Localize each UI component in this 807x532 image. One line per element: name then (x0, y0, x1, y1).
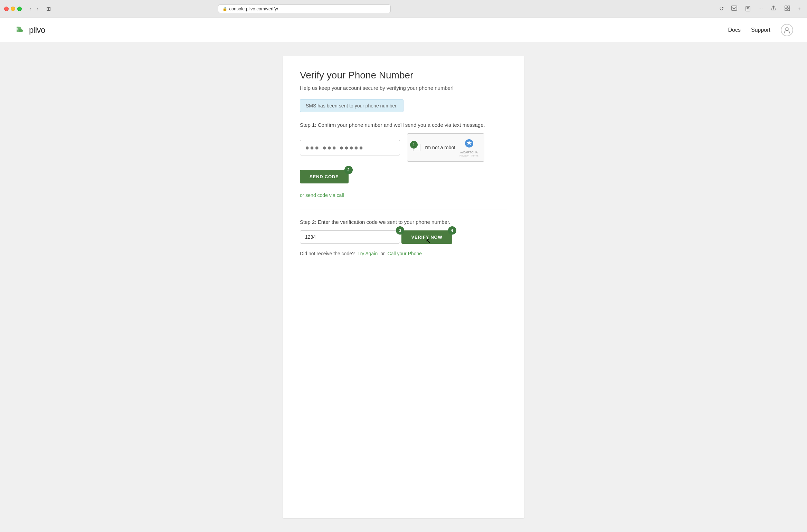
browser-actions: ↺ ··· (717, 4, 803, 14)
svg-rect-2 (788, 6, 790, 8)
back-button[interactable]: ‹ (27, 5, 33, 13)
reload-button[interactable]: ↺ (717, 5, 726, 13)
recaptcha-privacy: Privacy - Terms (459, 154, 478, 157)
address-bar[interactable]: 🔒 console.plivo.com/verify/ (218, 4, 391, 13)
close-button[interactable] (4, 7, 9, 11)
step1-input-row: 1 I'm not a robot reCAPTCHA Privacy - Te… (300, 133, 507, 162)
evernote-icon[interactable] (742, 4, 753, 14)
send-code-button[interactable]: SEND CODE (300, 170, 349, 183)
send-code-step-badge: 2 (344, 166, 353, 174)
more-options-button[interactable]: ··· (756, 5, 765, 13)
verify-card: Verify your Phone Number Help us keep yo… (283, 56, 524, 518)
section-divider (300, 209, 507, 209)
svg-rect-0 (731, 6, 737, 10)
send-code-btn-area: SEND CODE 2 (300, 170, 349, 183)
recaptcha-checkbox[interactable]: 1 (413, 144, 420, 151)
code-input-step-badge: 3 (396, 226, 404, 235)
svg-point-6 (16, 28, 18, 30)
lock-icon: 🔒 (222, 7, 227, 11)
recaptcha-checkbox-wrapper: 1 (413, 144, 420, 151)
header-nav: Docs Support (728, 24, 794, 36)
minimize-button[interactable] (11, 7, 15, 11)
user-avatar-button[interactable] (781, 24, 793, 36)
plivo-logo-icon (14, 24, 26, 36)
call-phone-link[interactable]: Call your Phone (388, 251, 422, 256)
recaptcha-logo: reCAPTCHA Privacy - Terms (459, 138, 478, 157)
recaptcha-icon (459, 138, 478, 151)
svg-rect-1 (785, 6, 787, 8)
svg-point-7 (786, 28, 788, 30)
windows-button[interactable] (782, 4, 793, 14)
sidebar-toggle-button[interactable]: ⊞ (44, 5, 53, 13)
browser-nav: ‹ › (27, 5, 41, 13)
verification-code-input[interactable] (300, 230, 400, 244)
page-subtitle: Help us keep your account secure by veri… (300, 85, 507, 91)
docs-link[interactable]: Docs (728, 27, 741, 33)
main-content: Verify your Phone Number Help us keep yo… (0, 42, 807, 532)
new-tab-button[interactable]: + (796, 5, 803, 13)
browser-chrome: ‹ › ⊞ 🔒 console.plivo.com/verify/ ↺ ··· (0, 0, 807, 18)
svg-rect-4 (788, 9, 790, 11)
step1-label: Step 1: Confirm your phone number and we… (300, 122, 507, 128)
fullscreen-button[interactable] (17, 7, 22, 11)
traffic-lights (4, 7, 22, 11)
did-not-receive-text: Did not receive the code? Try Again or C… (300, 251, 507, 256)
verify-now-button[interactable]: VERIFY NOW (401, 230, 452, 244)
recaptcha-brand: reCAPTCHA (459, 151, 478, 154)
recaptcha-box: 1 I'm not a robot reCAPTCHA Privacy - Te… (407, 133, 484, 162)
recaptcha-label: I'm not a robot (425, 145, 455, 150)
verify-btn-area: VERIFY NOW 4 ↖ (401, 230, 452, 244)
page-title: Verify your Phone Number (300, 70, 507, 81)
logo-text: plivo (29, 25, 45, 35)
share-button[interactable] (768, 4, 779, 14)
pocket-icon[interactable] (729, 4, 740, 14)
verify-input-wrapper: 3 (300, 230, 400, 249)
logo-area: plivo (14, 24, 45, 36)
svg-rect-3 (785, 9, 787, 11)
alert-message: SMS has been sent to your phone number. (300, 99, 404, 112)
forward-button[interactable]: › (35, 5, 40, 13)
support-link[interactable]: Support (751, 27, 770, 33)
or-text: or (380, 251, 384, 256)
verify-step-badge: 4 (448, 226, 456, 235)
app-header: plivo Docs Support (0, 18, 807, 42)
try-again-link[interactable]: Try Again (358, 251, 378, 256)
recaptcha-step-badge: 1 (410, 141, 418, 149)
send-via-call-link[interactable]: or send code via call (300, 192, 507, 198)
phone-input[interactable] (300, 140, 400, 155)
step2-label: Step 2: Enter the verification code we s… (300, 219, 507, 225)
url-text: console.plivo.com/verify/ (229, 6, 278, 11)
